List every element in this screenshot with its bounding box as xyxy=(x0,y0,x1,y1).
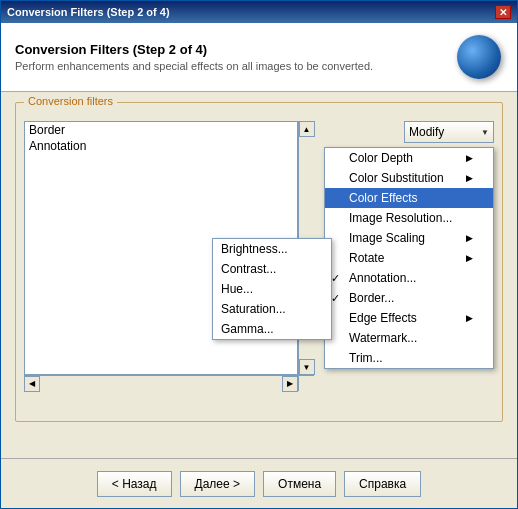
scroll-left-button[interactable]: ◀ xyxy=(24,376,40,392)
menu-item-color-depth[interactable]: Color Depth ▶ xyxy=(325,148,493,168)
title-bar: Conversion Filters (Step 2 of 4) ✕ xyxy=(1,1,517,23)
color-effects-submenu: Brightness... Contrast... Hue... Saturat… xyxy=(212,238,332,340)
modify-dropdown-button[interactable]: Modify ▼ xyxy=(404,121,494,143)
content-area: Conversion filters BorderAnnotation ▲ ▼ … xyxy=(1,92,517,458)
group-box-label: Conversion filters xyxy=(24,95,117,107)
submenu-arrow-icon: ▶ xyxy=(466,253,473,263)
footer: < Назад Далее > Отмена Справка xyxy=(1,458,517,508)
menu-item-rotate[interactable]: Rotate ▶ xyxy=(325,248,493,268)
menu-item-trim[interactable]: Trim... xyxy=(325,348,493,368)
submenu-hue[interactable]: Hue... xyxy=(213,279,331,299)
scroll-down-button[interactable]: ▼ xyxy=(299,359,315,375)
modify-label: Modify xyxy=(409,125,444,139)
saturation-label: Saturation... xyxy=(221,302,286,316)
sphere-icon xyxy=(457,35,501,79)
contrast-label: Contrast... xyxy=(221,262,276,276)
back-button[interactable]: < Назад xyxy=(97,471,172,497)
check-icon: ✓ xyxy=(331,292,340,305)
menu-item-image-resolution-label: Image Resolution... xyxy=(349,211,452,225)
header-section: Conversion Filters (Step 2 of 4) Perform… xyxy=(1,23,517,92)
menu-item-border[interactable]: ✓ Border... xyxy=(325,288,493,308)
modify-dropdown: Modify ▼ xyxy=(404,121,494,143)
menu-item-color-substitution[interactable]: Color Substitution ▶ xyxy=(325,168,493,188)
menu-item-rotate-label: Rotate xyxy=(349,251,384,265)
check-icon: ✓ xyxy=(331,272,340,285)
menu-item-color-depth-label: Color Depth xyxy=(349,151,413,165)
list-item[interactable]: Border xyxy=(25,122,297,138)
hue-label: Hue... xyxy=(221,282,253,296)
menu-item-border-label: Border... xyxy=(349,291,394,305)
header-icon xyxy=(455,33,503,81)
scroll-up-button[interactable]: ▲ xyxy=(299,121,315,137)
submenu-arrow-icon: ▶ xyxy=(466,153,473,163)
main-window: Conversion Filters (Step 2 of 4) ✕ Conve… xyxy=(0,0,518,509)
gamma-label: Gamma... xyxy=(221,322,274,336)
menu-item-edge-effects[interactable]: Edge Effects ▶ xyxy=(325,308,493,328)
header-text: Conversion Filters (Step 2 of 4) Perform… xyxy=(15,42,445,72)
menu-item-trim-label: Trim... xyxy=(349,351,383,365)
menu-item-color-effects[interactable]: Color Effects xyxy=(325,188,493,208)
submenu-arrow-icon: ▶ xyxy=(466,173,473,183)
menu-item-color-substitution-label: Color Substitution xyxy=(349,171,444,185)
brightness-label: Brightness... xyxy=(221,242,288,256)
close-button[interactable]: ✕ xyxy=(495,5,511,19)
menu-item-image-resolution[interactable]: Image Resolution... xyxy=(325,208,493,228)
context-menu: Color Depth ▶ Color Substitution ▶ Color… xyxy=(324,147,494,369)
submenu-contrast[interactable]: Contrast... xyxy=(213,259,331,279)
help-button[interactable]: Справка xyxy=(344,471,421,497)
list-item[interactable]: Annotation xyxy=(25,138,297,154)
menu-item-edge-effects-label: Edge Effects xyxy=(349,311,417,325)
menu-item-watermark-label: Watermark... xyxy=(349,331,417,345)
cancel-button[interactable]: Отмена xyxy=(263,471,336,497)
menu-item-watermark[interactable]: Watermark... xyxy=(325,328,493,348)
submenu-arrow-icon: ▶ xyxy=(466,233,473,243)
header-subtitle: Perform enhancements and special effects… xyxy=(15,60,445,72)
menu-item-annotation[interactable]: ✓ Annotation... xyxy=(325,268,493,288)
menu-item-image-scaling-label: Image Scaling xyxy=(349,231,425,245)
submenu-saturation[interactable]: Saturation... xyxy=(213,299,331,319)
horizontal-scrollbar[interactable]: ◀ ▶ xyxy=(24,375,298,391)
menu-item-color-effects-label: Color Effects xyxy=(349,191,417,205)
conversion-filters-group: Conversion filters BorderAnnotation ▲ ▼ … xyxy=(15,102,503,422)
submenu-brightness[interactable]: Brightness... xyxy=(213,239,331,259)
menu-item-annotation-label: Annotation... xyxy=(349,271,416,285)
next-button[interactable]: Далее > xyxy=(180,471,256,497)
menu-item-image-scaling[interactable]: Image Scaling ▶ xyxy=(325,228,493,248)
header-title: Conversion Filters (Step 2 of 4) xyxy=(15,42,445,57)
title-bar-text: Conversion Filters (Step 2 of 4) xyxy=(7,6,170,18)
submenu-gamma[interactable]: Gamma... xyxy=(213,319,331,339)
scroll-corner xyxy=(298,375,314,391)
submenu-arrow-icon: ▶ xyxy=(466,313,473,323)
scroll-right-button[interactable]: ▶ xyxy=(282,376,298,392)
dropdown-arrow-icon: ▼ xyxy=(481,128,489,137)
